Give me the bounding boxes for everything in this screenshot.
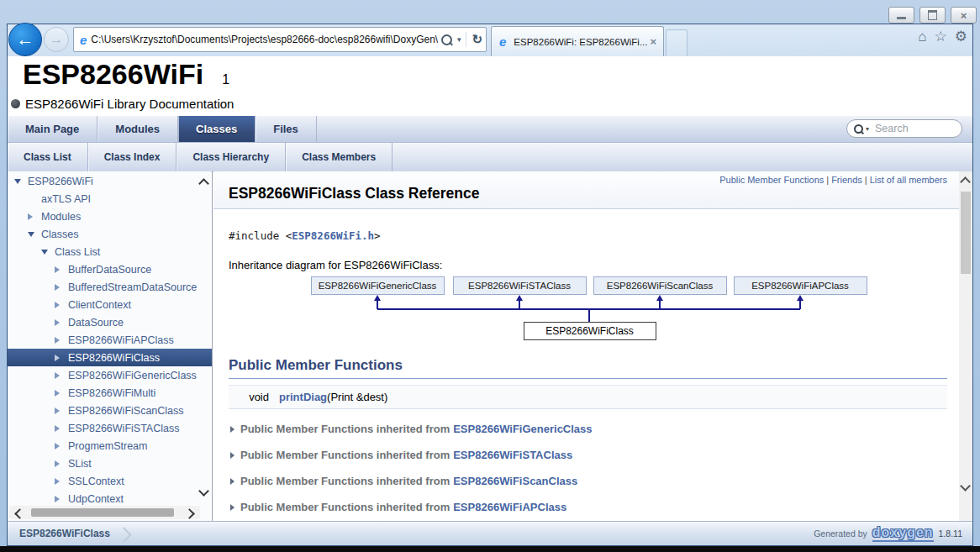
- inherited-class-link[interactable]: ESP8266WiFiScanClass: [453, 475, 577, 487]
- tree-collapsed-icon[interactable]: [55, 266, 65, 273]
- tree-item-sslcontext[interactable]: SSLContext: [8, 472, 212, 490]
- inherited-class-link[interactable]: ESP8266WiFiAPClass: [453, 501, 566, 513]
- diagram-parent-esp8266wifiscanclass[interactable]: ESP8266WiFiScanClass: [593, 276, 727, 295]
- tree-item-slist[interactable]: SList: [8, 455, 212, 472]
- tab-modules[interactable]: Modules: [97, 116, 178, 142]
- screenshot-root: × ← → e C:\Users\Krzysztof\Documents\Pro…: [0, 0, 980, 552]
- tree-collapsed-icon[interactable]: [55, 496, 65, 502]
- address-bar[interactable]: e C:\Users\Krzysztof\Documents\Projects\…: [73, 27, 487, 52]
- tree-expanded-icon[interactable]: [41, 250, 51, 255]
- tab-classes[interactable]: Classes: [178, 116, 256, 142]
- member-rows: voidprintDiag (Print &dest): [229, 385, 947, 409]
- tab-title: ESP8266WiFi: ESP8266WiFi...: [514, 37, 648, 47]
- subtab-class-members[interactable]: Class Members: [286, 143, 393, 171]
- diagram-child-esp8266wificlass[interactable]: ESP8266WiFiClass: [524, 322, 656, 340]
- tree-item-esp8266wifistaclass[interactable]: ESP8266WiFiSTAClass: [8, 419, 212, 437]
- inherited-class-link[interactable]: ESP8266WiFiSTAClass: [453, 449, 572, 461]
- search-icon[interactable]: [441, 34, 452, 45]
- inherited-section-esp8266wifiscanclass[interactable]: Public Member Functions inherited from E…: [229, 468, 947, 494]
- content-scrollbar[interactable]: [959, 171, 972, 522]
- summary-link-friends[interactable]: Friends: [831, 175, 862, 185]
- tree-item-esp8266wifigenericclass[interactable]: ESP8266WiFiGenericClass: [8, 366, 212, 384]
- tree-collapsed-icon[interactable]: [55, 443, 65, 449]
- tree-collapsed-icon[interactable]: [55, 407, 65, 414]
- breadcrumb[interactable]: ESP8266WiFiClass: [8, 528, 110, 539]
- back-button[interactable]: ←: [8, 23, 42, 56]
- subtab-class-index[interactable]: Class Index: [88, 143, 177, 171]
- tree-collapsed-icon[interactable]: [55, 319, 65, 326]
- tree-item-modules[interactable]: Modules: [8, 208, 212, 225]
- chevron-down-icon[interactable]: ▾: [457, 35, 461, 44]
- inherited-section-esp8266wifiapclass[interactable]: Public Member Functions inherited from E…: [229, 494, 947, 520]
- tree-collapsed-icon[interactable]: [55, 460, 65, 467]
- search-box[interactable]: ▾: [846, 119, 962, 138]
- subtab-class-hierarchy[interactable]: Class Hierarchy: [177, 143, 286, 171]
- tree-collapsed-icon[interactable]: [55, 390, 65, 397]
- subtab-class-list[interactable]: Class List: [8, 143, 88, 171]
- settings-gear-icon[interactable]: ⚙: [955, 29, 967, 44]
- diagram-parent-esp8266wifistaclass[interactable]: ESP8266WiFiSTAClass: [453, 276, 587, 295]
- tree-collapsed-icon[interactable]: [55, 337, 65, 344]
- inherited-class-link[interactable]: ESP8266WiFiGenericClass: [453, 423, 592, 435]
- url-text[interactable]: C:\Users\Krzysztof\Documents\Projects\es…: [91, 34, 438, 45]
- inherited-section-esp8266wifigenericclass[interactable]: Public Member Functions inherited from E…: [229, 416, 947, 442]
- refresh-icon[interactable]: ↻: [472, 32, 482, 47]
- tree-item-datasource[interactable]: DataSource: [8, 313, 212, 331]
- tree-item-axtls-api[interactable]: axTLS API: [8, 190, 212, 208]
- tree-item-bufferdatasource[interactable]: BufferDataSource: [8, 260, 212, 278]
- tree-item-esp8266wifiscanclass[interactable]: ESP8266WiFiScanClass: [8, 402, 212, 419]
- diagram-parent-esp8266wifiapclass[interactable]: ESP8266WiFiAPClass: [734, 276, 867, 295]
- horizontal-scroll-thumb[interactable]: [31, 508, 174, 517]
- tree-collapsed-icon[interactable]: [55, 284, 65, 291]
- inherited-prefix-text: Public Member Functions inherited from: [240, 423, 450, 435]
- body-zone: ESP8266WiFiaxTLS APIModulesClassesClass …: [8, 171, 972, 522]
- tree-expanded-icon[interactable]: [14, 179, 24, 184]
- tree-item-esp8266wifiapclass[interactable]: ESP8266WiFiAPClass: [8, 331, 212, 349]
- main-panel: Public Member Functions|Friends|List of …: [213, 171, 972, 522]
- tree-item-bufferedstreamdatasource[interactable]: BufferedStreamDataSource: [8, 278, 212, 296]
- summary-link-list-of-all-members[interactable]: List of all members: [870, 175, 947, 185]
- tree-collapsed-icon[interactable]: [55, 302, 65, 308]
- scroll-right-icon[interactable]: [184, 508, 195, 519]
- inherited-section-esp8266wifistaclass[interactable]: Public Member Functions inherited from E…: [229, 442, 947, 468]
- tree-item-progmemstream[interactable]: ProgmemStream: [8, 437, 212, 455]
- tree-expanded-icon[interactable]: [28, 232, 38, 237]
- tree-collapsed-icon[interactable]: [55, 478, 65, 485]
- member-name-link[interactable]: printDiag: [279, 391, 327, 403]
- tree-item-clientcontext[interactable]: ClientContext: [8, 296, 212, 313]
- close-button[interactable]: ×: [951, 7, 977, 24]
- doxygen-logo[interactable]: doxygen: [872, 526, 934, 542]
- diagram-parent-esp8266wifigenericclass[interactable]: ESP8266WiFiGenericClass: [311, 276, 445, 295]
- content-scroll-up-icon[interactable]: [960, 176, 971, 187]
- home-icon[interactable]: ⌂: [918, 29, 926, 44]
- tab-main-page[interactable]: Main Page: [8, 116, 97, 142]
- search-input[interactable]: [873, 122, 955, 135]
- browser-tab[interactable]: e ESP8266WiFi: ESP8266WiFi... ×: [491, 26, 664, 56]
- tree-item-class-list[interactable]: Class List: [8, 243, 212, 260]
- tree-collapsed-icon[interactable]: [55, 355, 65, 361]
- favorites-star-icon[interactable]: ☆: [935, 29, 947, 44]
- tree-item-esp8266wificlass[interactable]: ESP8266WiFiClass: [8, 349, 212, 366]
- tree-item-udpcontext[interactable]: UdpContext: [8, 490, 212, 507]
- inherited-sections: Public Member Functions inherited from E…: [229, 416, 947, 520]
- content-scroll-thumb[interactable]: [961, 192, 971, 274]
- tree-collapsed-icon[interactable]: [55, 425, 65, 432]
- tree-item-esp8266wifi[interactable]: ESP8266WiFi: [8, 172, 212, 190]
- tree-collapsed-icon[interactable]: [55, 372, 65, 379]
- tree-collapsed-icon[interactable]: [28, 213, 38, 220]
- summary-link-public-member-functions[interactable]: Public Member Functions: [719, 175, 824, 185]
- tree-item-label: ESP8266WiFi: [28, 176, 93, 187]
- minimize-button[interactable]: [888, 7, 914, 24]
- tree-item-esp8266wifimulti[interactable]: ESP8266WiFiMulti: [8, 384, 212, 402]
- scroll-left-icon[interactable]: [14, 508, 25, 519]
- search-caret-icon[interactable]: ▾: [866, 125, 869, 133]
- tab-files[interactable]: Files: [256, 116, 317, 142]
- content-scroll-down-icon[interactable]: [960, 481, 971, 492]
- tree-item-classes[interactable]: Classes: [8, 225, 212, 243]
- forward-button[interactable]: →: [44, 27, 69, 52]
- restore-button[interactable]: [919, 7, 946, 24]
- include-file-link[interactable]: ESP8266WiFi.h: [292, 229, 374, 242]
- new-tab-button[interactable]: [666, 29, 688, 57]
- sidebar-horizontal-scrollbar[interactable]: [9, 506, 200, 519]
- tab-close-icon[interactable]: ×: [648, 35, 658, 48]
